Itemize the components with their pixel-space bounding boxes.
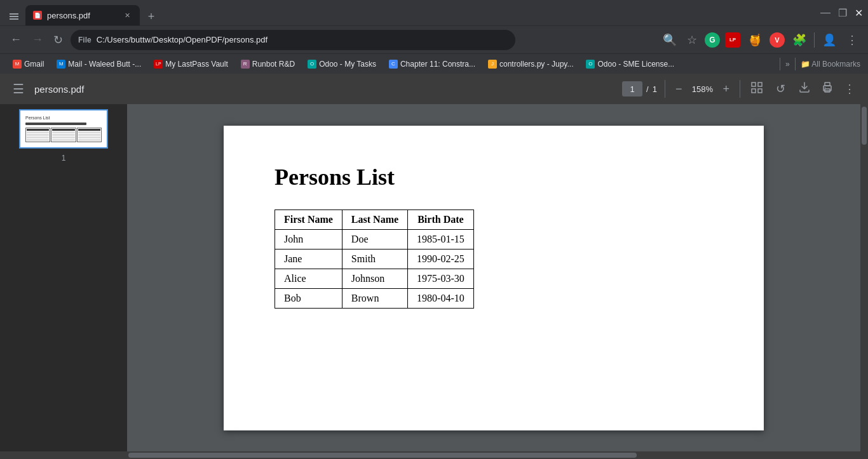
toolbar-divider (814, 32, 815, 48)
maximize-button[interactable]: ❐ (838, 7, 847, 19)
bookmark-star-icon[interactable]: ☆ (684, 30, 700, 50)
pdf-main-view[interactable]: Persons List First Name Last Name Birth … (127, 104, 860, 451)
table-row: JaneSmith1990-02-25 (275, 249, 474, 269)
pdf-page-total: 1 (653, 84, 657, 94)
address-bar[interactable]: File C:/Users/buttw/Desktop/OpenPDF/pers… (71, 30, 515, 50)
table-cell-1-2: 1990-02-25 (408, 249, 474, 269)
close-button[interactable]: ✕ (855, 7, 863, 19)
table-header-birthdate: Birth Date (408, 210, 474, 229)
thumb-cell4 (52, 136, 74, 138)
pdf-print-button[interactable] (818, 79, 836, 100)
chapter-favicon: C (389, 60, 398, 69)
pdf-zoom-controls: − 158% + (673, 81, 732, 97)
table-row: BobBrown1980-04-10 (275, 288, 474, 308)
bookmark-gmail[interactable]: M Gmail (8, 58, 49, 70)
honey-extension-icon[interactable]: 🍯 (745, 30, 764, 50)
address-text: C:/Users/buttw/Desktop/OpenPDF/persons.p… (97, 35, 268, 44)
tab-title: persons.pdf (47, 11, 90, 20)
pdf-toolbar-sep1 (665, 80, 665, 98)
svg-point-7 (825, 87, 826, 88)
lastpass-extension-icon[interactable]: LP (725, 32, 740, 48)
thumb-cell2 (78, 131, 100, 133)
minimize-button[interactable]: — (820, 7, 831, 18)
rotate-button[interactable]: ↺ (773, 79, 788, 98)
horizontal-scrollbar[interactable] (0, 451, 868, 459)
pdf-persons-table: First Name Last Name Birth Date JohnDoe1… (275, 210, 474, 309)
back-button[interactable]: ← (8, 30, 24, 49)
vivaldi-extension-icon[interactable]: V (770, 32, 785, 48)
address-bar-row: ← → ↻ File C:/Users/buttw/Desktop/OpenPD… (0, 25, 868, 53)
pdf-thumbnail-page-number: 1 (62, 154, 66, 163)
pdf-table-body: JohnDoe1985-01-15JaneSmith1990-02-25Alic… (275, 229, 474, 308)
pdf-menu-button[interactable]: ☰ (10, 79, 27, 99)
thumb-cell3 (52, 134, 74, 136)
file-protocol-icon: File (78, 36, 92, 44)
zoom-in-button[interactable]: + (720, 81, 732, 97)
bookmark-lastpass[interactable]: LP My LastPass Vault (149, 58, 233, 70)
table-row: JohnDoe1985-01-15 (275, 229, 474, 249)
pdf-sidebar: Persons List (0, 104, 127, 451)
bookmarks-more-button[interactable]: » (785, 60, 790, 69)
bookmark-odoo-tasks[interactable]: O Odoo - My Tasks (302, 58, 381, 70)
window-controls: — ❐ ✕ (820, 7, 863, 19)
table-cell-2-0: Alice (275, 269, 342, 288)
table-cell-1-0: Jane (275, 249, 342, 269)
pdf-thumb-lines (25, 123, 102, 142)
bookmark-chapter[interactable]: C Chapter 11: Constra... (384, 58, 480, 70)
table-cell-3-1: Brown (342, 288, 407, 308)
thumb-cell5 (78, 139, 100, 141)
pdf-more-button[interactable]: ⋮ (841, 79, 858, 98)
thumb-cell (27, 129, 49, 131)
pdf-thumb-title: Persons List (25, 116, 50, 120)
thumb-cell (52, 129, 74, 131)
fit-page-button[interactable] (748, 79, 766, 100)
tab-list-button[interactable] (5, 8, 23, 25)
odoo-tasks-favicon: O (308, 60, 316, 69)
gmail-favicon: M (13, 60, 22, 69)
thumb-cell3 (78, 134, 100, 136)
thumb-cell (78, 129, 100, 131)
pdf-download-button[interactable] (796, 79, 813, 100)
bookmark-odoo-license[interactable]: O Odoo - SME License... (581, 58, 679, 70)
thumb-col3 (77, 128, 102, 142)
horizontal-scrollbar-thumb (128, 453, 637, 458)
thumb-cell3 (27, 134, 49, 136)
thumb-line-title (25, 123, 86, 125)
table-cell-0-1: Doe (342, 229, 407, 249)
reload-button[interactable]: ↻ (51, 30, 65, 50)
bookmark-lastpass-label: My LastPass Vault (165, 60, 227, 69)
forward-button[interactable]: → (29, 30, 46, 49)
profile-icon[interactable]: 👤 (820, 30, 839, 50)
new-tab-button[interactable]: + (142, 8, 160, 25)
browser-toolbar-icons: 🔍 ☆ G LP 🍯 V 🧩 👤 ⋮ (660, 30, 860, 50)
bookmark-odoo-license-label: Odoo - SME License... (597, 60, 674, 69)
vertical-scrollbar[interactable] (860, 104, 868, 451)
all-bookmarks-label[interactable]: 📁 All Bookmarks (801, 60, 860, 69)
bookmark-controllers[interactable]: J controllers.py - Jupy... (483, 58, 578, 70)
pdf-viewer: ☰ persons.pdf / 1 − 158% + ↺ ⋮ (0, 74, 868, 459)
bookmarks-more: » 📁 All Bookmarks (777, 58, 860, 70)
grammarly-extension-icon[interactable]: G (705, 32, 720, 48)
bookmark-runbot[interactable]: R Runbot R&D (236, 58, 300, 70)
table-cell-1-1: Smith (342, 249, 407, 269)
thumb-cell5 (27, 139, 49, 141)
tab-close-button[interactable]: ✕ (122, 10, 132, 20)
bookmark-mail[interactable]: M Mail - Waleed Butt -... (51, 58, 146, 70)
browser-menu-icon[interactable]: ⋮ (844, 30, 860, 50)
active-tab[interactable]: 📄 persons.pdf ✕ (25, 5, 140, 25)
bookmark-controllers-label: controllers.py - Jupy... (499, 60, 573, 69)
pdf-page-input[interactable] (622, 81, 642, 96)
search-icon[interactable]: 🔍 (660, 30, 679, 50)
pdf-thumbnail-page1[interactable]: Persons List (19, 109, 108, 149)
table-header-firstname: First Name (275, 210, 342, 229)
odoo-license-favicon: O (586, 60, 595, 69)
bookmark-chapter-label: Chapter 11: Constra... (400, 60, 475, 69)
scrollbar-thumb (862, 107, 867, 145)
thumb-cell2 (27, 131, 49, 133)
thumb-cell4 (27, 136, 49, 138)
mail-favicon: M (57, 60, 65, 69)
thumb-cell4 (78, 136, 100, 138)
svg-rect-0 (752, 83, 756, 86)
extensions-icon[interactable]: 🧩 (790, 30, 809, 50)
zoom-out-button[interactable]: − (673, 81, 685, 97)
